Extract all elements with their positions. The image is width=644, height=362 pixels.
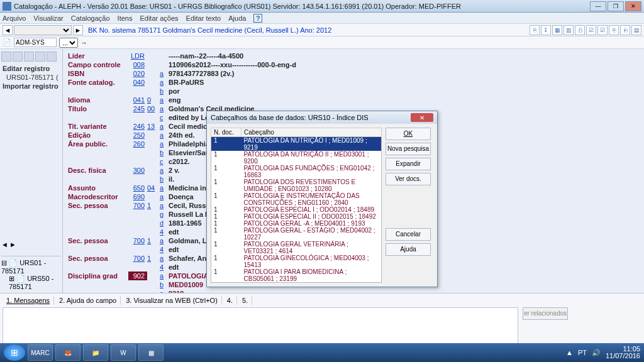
tab-ajuda-campo[interactable]: 2. Ajuda do campo — [55, 296, 121, 305]
table-row[interactable]: 1PATOLOGIA GERAL VETERINÁRIA ; VET03321 … — [211, 241, 382, 255]
field-tag[interactable]: 650 — [128, 184, 147, 192]
tree-scroll-right[interactable]: ► — [9, 241, 16, 248]
mode-icon[interactable]: 📄 — [3, 38, 11, 47]
field-value[interactable]: MED01009 — [169, 280, 203, 289]
tab-5[interactable]: 5. — [238, 296, 252, 305]
tray-icon[interactable]: ▲ — [566, 349, 573, 356]
toolbar-icon[interactable]: ⎗ — [620, 25, 630, 35]
taskbar-item[interactable]: W — [111, 344, 136, 361]
field-value[interactable]: -----nam--22-----4a-4500 — [169, 52, 243, 60]
menu-visualizar[interactable]: Visualizar — [33, 14, 64, 22]
menu-itens[interactable]: Itens — [118, 14, 133, 22]
menu-editar-acoes[interactable]: Editar ações — [140, 14, 178, 22]
sidebar-icon[interactable] — [1, 52, 11, 62]
field-value[interactable]: 110906s2012----xxu-----------000-0-eng-d — [169, 60, 296, 69]
table-row[interactable]: 1PATOLOGIA GERAL - ESTÁGIO ; MED04002 ; … — [211, 227, 382, 241]
toolbar-icon[interactable]: ⎘ — [530, 25, 540, 35]
tree-record-node[interactable]: URS01-785171 ( — [1, 73, 61, 82]
table-row[interactable]: 1PATOLOGIA GERAL -A ; MED04001 ; 9193 — [211, 220, 382, 227]
close-button[interactable]: ✕ — [625, 1, 641, 11]
table-row[interactable]: 1PATOLOGIA DA NUTRIÇÃO I ; MED01009 ; 92… — [211, 137, 382, 151]
field-value[interactable]: Schafer, And — [169, 254, 211, 263]
tree-db-node[interactable]: ⊟ 📄 URS01 - 785171 — [1, 259, 61, 275]
toolbar-icon[interactable]: ⎘ — [609, 25, 619, 35]
field-value[interactable]: c2012. — [169, 157, 190, 166]
taskbar-item[interactable]: MARC — [28, 344, 53, 361]
module-select[interactable] — [14, 25, 72, 35]
taskbar-item[interactable]: ▦ — [138, 344, 164, 361]
field-tag[interactable]: 250 — [128, 131, 147, 140]
field-value[interactable]: BR-PaURS — [169, 78, 204, 87]
field-value[interactable]: 24th ed. — [169, 131, 195, 140]
field-tag[interactable]: 020 — [128, 69, 147, 78]
field-tag[interactable]: 041 — [128, 96, 147, 104]
table-row[interactable]: 1PATOLOGIA ESPECIAL I ; ODO02014 ; 18489 — [211, 206, 382, 213]
field-tag[interactable]: 700 — [128, 254, 147, 263]
menu-ajuda[interactable]: Ajuda — [228, 14, 246, 22]
cancelar-button[interactable]: Cancelar — [386, 228, 431, 241]
field-value[interactable]: edt — [169, 245, 179, 254]
adm-sys-input[interactable] — [14, 38, 57, 47]
tab-visualizar-web[interactable]: 3. Visualizar na WEB (Ctrl+O) — [122, 296, 222, 305]
dialog-close-button[interactable]: ✕ — [411, 113, 433, 122]
field-tag[interactable]: 902 — [128, 272, 147, 280]
search-base-select[interactable]: ... — [59, 38, 78, 48]
nav-prev-button[interactable]: ◄ — [3, 25, 13, 35]
field-value[interactable]: edt — [169, 228, 179, 236]
ver-docs-button[interactable]: Ver docs. — [386, 173, 431, 185]
toolbar-icon[interactable]: ▤ — [631, 25, 641, 35]
field-tag[interactable]: 300 — [128, 166, 147, 175]
record-link[interactable]: BK No. sistema 785171 Goldman's Cecil me… — [88, 26, 331, 34]
toolbar-icon[interactable]: ▦ — [552, 25, 562, 35]
sidebar-icon[interactable] — [24, 52, 34, 62]
sidebar-icon[interactable] — [35, 52, 45, 62]
table-row[interactable]: 1PATOLOGIA GINECOLÓGICA ; MED04003 ; 154… — [211, 255, 382, 268]
table-row[interactable]: 1PATOLOGIA DA NUTRIÇÃO II ; MED03001 ; 9… — [211, 151, 382, 165]
tray-icon[interactable]: 🔊 — [592, 349, 601, 357]
toolbar-icon[interactable]: ▥ — [564, 25, 574, 35]
tree-db-node[interactable]: ⊞ 📄 URS50 - 785171 — [1, 275, 61, 290]
minimize-button[interactable]: — — [590, 1, 606, 11]
field-value[interactable]: il. — [169, 175, 174, 184]
table-row[interactable]: 1PATOLOGIA DAS FUNDAÇÕES ; ENG01042 ; 16… — [211, 165, 382, 178]
help-icon[interactable]: ? — [253, 14, 262, 23]
taskbar-item[interactable]: 📁 — [83, 344, 108, 361]
relacionados-button[interactable]: er relacionados — [523, 307, 568, 320]
field-tag[interactable]: 700 — [128, 201, 147, 210]
field-value[interactable]: eng — [169, 96, 181, 104]
start-button[interactable]: ⊞ — [4, 344, 25, 361]
go-button[interactable]: → — [80, 39, 87, 47]
headings-table[interactable]: N. doc.Cabeçalho 1PATOLOGIA DA NUTRIÇÃO … — [211, 128, 382, 283]
tray-lang[interactable]: PT — [578, 349, 587, 356]
field-tag[interactable]: 246 — [128, 122, 147, 131]
table-row[interactable]: 1PATOLOGIA I PARA BIOMEDICINA ; CBS05061… — [211, 268, 382, 283]
tree-importar-registro[interactable]: Importar registro — [1, 82, 61, 90]
field-value[interactable]: Elsevier/Sau — [169, 148, 209, 157]
ajuda-button[interactable]: Ajuda — [386, 243, 431, 256]
nova-pesquisa-button[interactable]: Nova pesquisa — [386, 143, 431, 155]
field-tag[interactable]: LDR — [128, 52, 147, 60]
field-value[interactable]: edt — [169, 263, 179, 272]
tray-clock[interactable]: 11:0511/07/2016 — [606, 346, 640, 359]
table-row[interactable]: 1PATOLOGIA ESPECIAL II ; ODO02015 ; 1849… — [211, 213, 382, 220]
col-cabecalho[interactable]: Cabeçalho — [242, 128, 382, 137]
toolbar-icon[interactable]: ↧ — [541, 25, 551, 35]
field-value[interactable]: 9219 — [169, 289, 184, 293]
field-tag[interactable]: 008 — [128, 60, 147, 69]
tab-mensagens[interactable]: 1. Mensagens — [3, 296, 54, 305]
field-tag[interactable]: 690 — [128, 192, 147, 201]
nav-next-button[interactable]: ► — [73, 25, 83, 35]
field-value[interactable]: 2 v. — [169, 166, 180, 175]
ok-button[interactable]: OK — [386, 128, 431, 140]
menu-editar-texto[interactable]: Editar texto — [186, 14, 221, 22]
tab-4[interactable]: 4. — [223, 296, 237, 305]
field-tag[interactable]: 040 — [128, 78, 147, 87]
taskbar-item[interactable]: 🦊 — [55, 344, 80, 361]
table-row[interactable]: 1PATOLOGIA DOS REVESTIMENTOS E UMIDADE ;… — [211, 178, 382, 192]
sidebar-icon[interactable] — [13, 52, 23, 62]
expandir-button[interactable]: Expandir — [386, 158, 431, 170]
toolbar-icon[interactable]: ⎙ — [575, 25, 585, 35]
toolbar-icon[interactable]: ☑ — [586, 25, 596, 35]
field-tag[interactable]: 260 — [128, 140, 147, 148]
tree-editar-registro[interactable]: Editar registro — [1, 64, 61, 73]
